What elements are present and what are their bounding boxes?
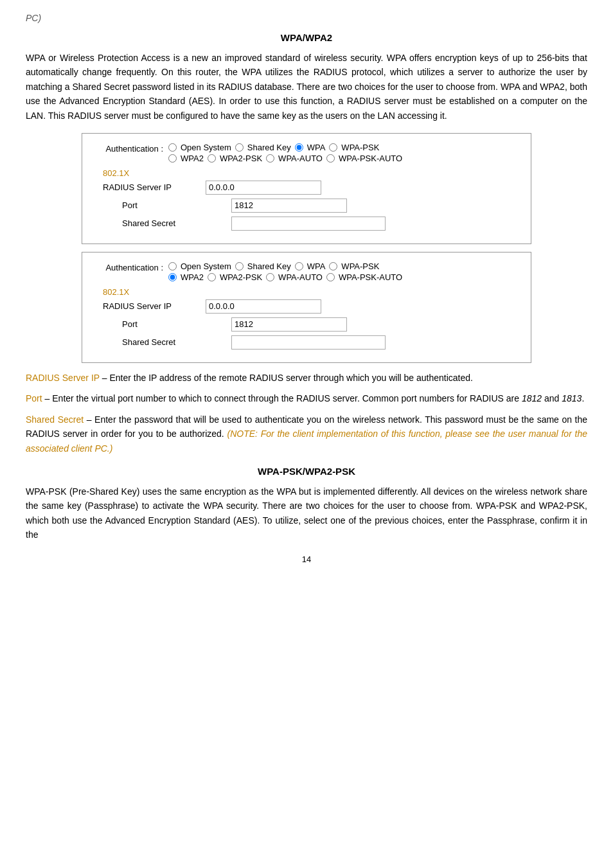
radius-ip-input-1[interactable] — [206, 181, 321, 195]
desc-port-dash: – — [45, 393, 53, 403]
radio-group-2: Open System Shared Key WPA WPA-PSK WPA2 … — [168, 261, 402, 282]
radio-group-1: Open System Shared Key WPA WPA-PSK WPA2 … — [168, 143, 402, 163]
radius-ip-label-1: RADIUS Server IP — [103, 182, 206, 192]
desc-port-term: Port — [26, 393, 42, 403]
radio-wpa-1[interactable] — [295, 143, 303, 152]
radio-wpa2psk-2[interactable] — [208, 273, 216, 281]
desc-radius-term: RADIUS Server IP — [26, 373, 100, 383]
radius-ip-label-2: RADIUS Server IP — [103, 301, 206, 311]
radius-ip-row-1: RADIUS Server IP — [103, 181, 520, 195]
radio-line-1a: Open System Shared Key WPA WPA-PSK — [168, 143, 402, 152]
desc-shared-dash: – — [87, 414, 94, 425]
port-row-2: Port — [103, 317, 520, 332]
desc-port-and: and — [544, 393, 562, 403]
shared-secret-label-1: Shared Secret — [122, 218, 225, 228]
radius-ip-input-2[interactable] — [206, 299, 321, 314]
radio-label-sharedkey-2: Shared Key — [247, 261, 291, 271]
radio-label-wpapskauto-2: WPA-PSK-AUTO — [339, 272, 402, 282]
desc-shared-term: Shared Secret — [26, 414, 84, 425]
wpa-psk-title: WPA-PSK/WPA2-PSK — [26, 466, 587, 477]
shared-secret-label-2: Shared Secret — [122, 337, 225, 347]
radio-wpaauto-2[interactable] — [266, 273, 274, 281]
radio-wpapskauto-1[interactable] — [326, 154, 335, 163]
radio-wpapsk-2[interactable] — [329, 262, 337, 270]
form-box-2: Authentication : Open System Shared Key … — [82, 252, 531, 363]
radio-wpaauto-1[interactable] — [266, 154, 274, 163]
radio-label-wpa2-1: WPA2 — [181, 154, 204, 163]
auth-label-1: Authentication : — [93, 143, 163, 154]
body-text: WPA or Wireless Protection Access is a n… — [26, 51, 587, 123]
wpa-psk-body-text: WPA-PSK (Pre-Shared Key) uses the same e… — [26, 484, 587, 542]
desc-radius-dash: – — [102, 373, 110, 383]
radio-line-2b: WPA2 WPA2-PSK WPA-AUTO WPA-PSK-AUTO — [168, 272, 402, 282]
radio-label-wpa2-2: WPA2 — [181, 272, 204, 282]
radio-label-wpa2psk-2: WPA2-PSK — [220, 272, 262, 282]
shared-secret-input-2[interactable] — [231, 335, 386, 350]
desc-radius-ip: RADIUS Server IP – Enter the IP address … — [26, 371, 587, 385]
radio-line-1b: WPA2 WPA2-PSK WPA-AUTO WPA-PSK-AUTO — [168, 154, 402, 163]
radio-wpa2-1[interactable] — [168, 154, 177, 163]
shared-secret-input-1[interactable] — [231, 217, 386, 231]
desc-port: Port – Enter the virtual port number to … — [26, 391, 587, 405]
radio-open-system-1[interactable] — [168, 143, 177, 152]
radio-label-open-2: Open System — [181, 261, 231, 271]
port-row-1: Port — [103, 199, 520, 213]
page-number: 14 — [26, 554, 587, 564]
auth-row-1: Authentication : Open System Shared Key … — [93, 143, 520, 163]
desc-radius-text: Enter the IP address of the remote RADIU… — [109, 373, 472, 383]
radio-label-sharedkey-1: Shared Key — [247, 143, 291, 152]
radio-label-open-1: Open System — [181, 143, 231, 152]
radio-label-wpa-1: WPA — [307, 143, 326, 152]
radio-label-wpa2psk-1: WPA2-PSK — [220, 154, 262, 163]
port-label-2: Port — [122, 319, 225, 329]
radio-wpa2psk-1[interactable] — [208, 154, 216, 163]
radio-label-wpaauto-1: WPA-AUTO — [278, 154, 323, 163]
desc-port-italic1: 1812 — [522, 393, 542, 403]
radio-label-wpapskauto-1: WPA-PSK-AUTO — [339, 154, 402, 163]
form-box-1: Authentication : Open System Shared Key … — [82, 133, 531, 244]
port-label-1: Port — [122, 200, 225, 210]
shared-secret-row-1: Shared Secret — [103, 217, 520, 231]
radio-wpapskauto-2[interactable] — [326, 273, 335, 281]
desc-shared-secret: Shared Secret – Enter the password that … — [26, 412, 587, 456]
section-802-label-2: 802.1X — [103, 287, 520, 297]
desc-port-text: Enter the virtual port number to which t… — [52, 393, 519, 403]
desc-port-italic2: 1813 — [562, 393, 582, 403]
radio-open-system-2[interactable] — [168, 262, 177, 270]
radio-label-wpaauto-2: WPA-AUTO — [278, 272, 323, 282]
port-input-1[interactable] — [231, 199, 347, 213]
radio-wpa-2[interactable] — [295, 262, 303, 270]
shared-secret-row-2: Shared Secret — [103, 335, 520, 350]
port-input-2[interactable] — [231, 317, 347, 332]
desc-port-period: . — [582, 393, 584, 403]
radio-shared-key-1[interactable] — [235, 143, 244, 152]
radio-wpapsk-1[interactable] — [329, 143, 337, 152]
wpa-title: WPA/WPA2 — [26, 32, 587, 43]
radio-line-2a: Open System Shared Key WPA WPA-PSK — [168, 261, 402, 271]
section-802-label-1: 802.1X — [103, 168, 520, 178]
radio-label-wpa-2: WPA — [307, 261, 326, 271]
pc-label: PC) — [26, 13, 587, 23]
radio-wpa2-2[interactable] — [168, 273, 177, 281]
auth-row-2: Authentication : Open System Shared Key … — [93, 261, 520, 282]
radius-ip-row-2: RADIUS Server IP — [103, 299, 520, 314]
radio-label-wpapsk-2: WPA-PSK — [341, 261, 379, 271]
auth-label-2: Authentication : — [93, 261, 163, 272]
radio-label-wpapsk-1: WPA-PSK — [341, 143, 379, 152]
radio-shared-key-2[interactable] — [235, 262, 244, 270]
